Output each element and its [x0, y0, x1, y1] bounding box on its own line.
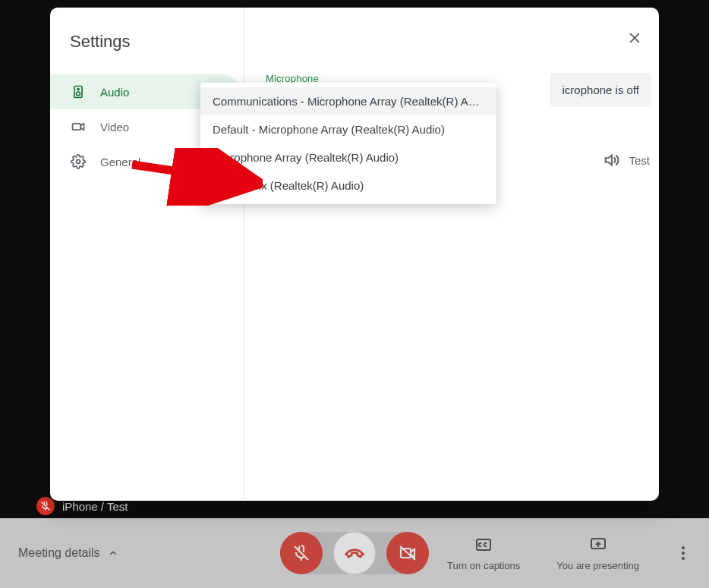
speaker-icon — [70, 83, 87, 100]
svg-rect-5 — [401, 549, 411, 558]
svg-point-13 — [77, 160, 80, 164]
captions-icon — [474, 536, 493, 554]
meeting-details-label: Meeting details — [18, 546, 100, 560]
settings-dialog: Settings Audio Video — [50, 8, 659, 501]
call-controls — [280, 532, 429, 574]
nav-label-audio: Audio — [100, 86, 129, 99]
test-speaker-row[interactable]: Test — [603, 152, 650, 168]
nav-label-video: Video — [100, 121, 129, 134]
svg-point-10 — [77, 92, 80, 96]
hangup-icon — [343, 542, 366, 564]
svg-point-11 — [77, 89, 79, 90]
presenting-button[interactable]: You are presenting — [556, 536, 639, 571]
mic-off-tooltip-text: icrophone is off — [562, 83, 639, 96]
mic-off-tooltip: icrophone is off — [550, 73, 651, 107]
right-actions: Turn on captions You are presenting — [447, 536, 691, 571]
nav-label-general: General — [100, 156, 140, 168]
test-label: Test — [629, 154, 650, 167]
mic-option-0[interactable]: Communications - Microphone Array (Realt… — [200, 87, 496, 115]
mute-mic-button[interactable] — [280, 532, 323, 574]
mic-off-icon — [40, 501, 51, 511]
volume-icon — [603, 152, 619, 168]
settings-sidebar: Settings Audio Video — [50, 8, 244, 501]
present-icon — [589, 536, 607, 554]
mic-off-icon — [292, 544, 310, 562]
presenting-label: You are presenting — [556, 560, 639, 571]
svg-rect-12 — [73, 124, 81, 130]
mic-option-3[interactable]: Stereo Mix (Realtek(R) Audio) — [200, 171, 496, 200]
more-options-button[interactable] — [676, 540, 691, 566]
captions-button[interactable]: Turn on captions — [447, 536, 520, 571]
participant-name: iPhone / Test — [62, 500, 128, 513]
camera-off-icon — [399, 544, 417, 562]
microphone-dropdown[interactable]: Communications - Microphone Array (Realt… — [200, 83, 496, 204]
captions-label: Turn on captions — [447, 560, 520, 571]
video-icon — [70, 118, 87, 135]
svg-marker-14 — [606, 156, 612, 165]
meeting-details-button[interactable]: Meeting details — [18, 546, 118, 560]
mic-option-2[interactable]: Microphone Array (Realtek(R) Audio) — [200, 143, 496, 171]
chevron-up-icon — [108, 548, 118, 558]
settings-title: Settings — [50, 26, 244, 74]
camera-off-button[interactable] — [386, 532, 429, 574]
settings-content: Microphone icrophone is off Test — [244, 8, 659, 501]
hangup-button[interactable] — [333, 532, 376, 574]
gear-icon — [70, 153, 87, 170]
mic-option-1[interactable]: Default - Microphone Array (Realtek(R) A… — [200, 115, 496, 143]
